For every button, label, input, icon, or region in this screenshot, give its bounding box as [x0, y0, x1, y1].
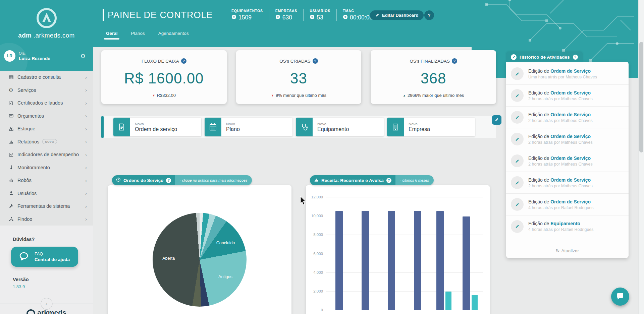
quick-action-empresa[interactable]: Nova Empresa	[387, 118, 475, 136]
action-label: Plano	[226, 126, 240, 132]
chat-fab-button[interactable]	[611, 288, 629, 306]
bar-avulsa[interactable]	[445, 292, 451, 310]
wrench-icon	[9, 204, 17, 209]
stat-cards-row: FLUXO DE CAIXA ? R$ 1600.00 ▼ R$332.00OS…	[101, 50, 496, 104]
bar-recorrente[interactable]	[362, 211, 369, 310]
y-axis-tick: 0	[321, 308, 326, 312]
user-settings-gear-icon[interactable]: ⚙	[80, 53, 86, 60]
sidebar-item-ferramentas-de-sistema[interactable]: Ferramentas de sistema ›	[0, 200, 93, 213]
sidebar-item-findoo[interactable]: Findoo ›	[0, 213, 93, 226]
activity-panel-header[interactable]: Histórico de Atividades ?	[506, 52, 583, 62]
app-root: adm .arkmeds.com LR Olá, Luiza Rezende ⚙…	[0, 0, 644, 314]
quick-actions-accent-bar	[101, 116, 104, 138]
pie-help-icon[interactable]: ?	[166, 178, 171, 183]
sidebar-item-estoque[interactable]: Estoque ›	[0, 122, 93, 135]
pie-slice-label-aberta: Aberta	[162, 256, 175, 261]
table-grid-icon	[9, 75, 17, 80]
refresh-button[interactable]: ↻Atualizar	[506, 248, 629, 253]
activity-panel: Edição de Ordem de Serviço Uma hora atrá…	[506, 62, 629, 258]
pie-chart-title: Ordens de Serviço	[123, 178, 163, 183]
orders-pie-chart[interactable]: ConcluidoAntigosAberta	[153, 213, 247, 307]
sidebar-item-rob-s[interactable]: Robôs ›	[0, 174, 93, 187]
quick-action-ordem-de-servi-o[interactable]: Nova Ordem de serviço	[113, 118, 201, 136]
activity-item: Edição de Ordem de Serviço 2 horas atrás…	[506, 172, 629, 194]
activity-target: Equipamento	[550, 221, 580, 226]
sidebar-item-label: Certificados e laudos	[17, 100, 63, 106]
building-icon	[387, 118, 404, 136]
sidebar-item-servi-os[interactable]: ⚙ Serviços ›	[0, 84, 93, 97]
y-axis-tick: 2,000	[313, 289, 326, 293]
version-number[interactable]: 1.83.9	[13, 284, 93, 289]
faq-help-button[interactable]: FAQ Central de ajuda	[11, 247, 78, 267]
edit-dashboard-button[interactable]: Editar Dashboard	[370, 10, 424, 20]
pencil-icon	[375, 13, 380, 18]
refresh-icon: ↻	[556, 248, 560, 253]
card-help-icon[interactable]: ?	[452, 58, 457, 64]
bar-group	[457, 197, 483, 310]
robot-icon	[9, 178, 17, 183]
chevron-right-icon: ›	[85, 100, 87, 106]
user-icon	[9, 191, 17, 196]
tab-planos[interactable]: Planos	[131, 31, 145, 39]
stat-value: 630	[282, 14, 292, 21]
edit-pencil-icon	[511, 67, 524, 80]
bar-chart-icon	[9, 139, 17, 144]
page-scrollbar[interactable]	[638, 0, 644, 314]
pie-chart-header[interactable]: Ordens de Serviço ? - clique no gráfico …	[112, 175, 252, 185]
card-delta: 2966% maior que último mês	[408, 93, 464, 98]
activity-action: Edição de	[528, 90, 550, 96]
quick-action-equipamento[interactable]: Novo Equipamento	[296, 118, 384, 136]
action-label: Empresa	[409, 126, 430, 132]
gear-icon: ⚙	[9, 87, 17, 92]
card-help-icon[interactable]: ?	[313, 58, 318, 64]
arkmeds-mark-icon	[26, 309, 35, 314]
version-label: Versão	[13, 277, 93, 282]
activity-action: Edição de	[528, 221, 550, 226]
bar-help-icon[interactable]: ?	[386, 178, 391, 183]
bar-recorrente[interactable]	[414, 211, 421, 310]
scrollbar-thumb[interactable]	[639, 42, 643, 152]
activity-item: Edição de Ordem de Serviço Uma hora atrá…	[506, 63, 629, 85]
header-stat-usuários: USUÁRIOS 53	[304, 9, 337, 21]
card-value: 368	[421, 70, 446, 87]
activity-action: Edição de	[528, 177, 550, 183]
activity-target: Ordem de Serviço	[550, 177, 591, 183]
y-axis-tick: 8,000	[313, 233, 326, 237]
delta-up-triangle-icon: ▲	[403, 94, 406, 97]
activity-meta: 4 horas atrás por Rafael Rodrigues	[528, 205, 594, 210]
sidebar-item-cadastro-e-consulta[interactable]: Cadastro e consulta ›	[0, 71, 93, 84]
edit-quick-actions-button[interactable]	[492, 115, 501, 125]
bar-recorrente[interactable]	[335, 211, 343, 310]
bar-avulsa[interactable]	[472, 295, 478, 310]
sidebar-item-monitoramento[interactable]: Monitoramento ›	[0, 161, 93, 174]
y-axis-tick: 10,000	[311, 214, 326, 218]
bar-recorrente[interactable]	[436, 211, 444, 310]
sidebar-item-label: Cadastro e consulta	[17, 74, 61, 80]
bar-recorrente[interactable]	[388, 211, 395, 310]
tab-agendamentos[interactable]: Agendamentos	[158, 31, 189, 39]
bar-group	[352, 197, 378, 310]
bar-recorrente[interactable]	[463, 216, 470, 310]
pie-slice-label-antigos: Antigos	[218, 274, 232, 279]
edit-pencil-icon	[511, 176, 524, 189]
sidebar-item-label: Orçamentos	[17, 113, 44, 119]
card-help-icon[interactable]: ?	[181, 58, 186, 64]
card-title: FLUXO DE CAIXA	[142, 59, 179, 64]
list-card-icon	[9, 113, 17, 118]
bar-chart-header[interactable]: Receita: Recorrente e Avulsa ? - últimos…	[310, 175, 434, 185]
pie-chart-card: ConcluidoAntigosAberta	[108, 185, 291, 314]
activity-help-icon[interactable]: ?	[573, 55, 578, 60]
quick-action-plano[interactable]: Novo Plano	[205, 118, 292, 136]
sidebar-item-indicadores-de-desempenho[interactable]: Indicadores de desempenho ›	[0, 148, 93, 161]
chevron-right-icon: ›	[85, 87, 87, 93]
sidebar-item-relat-rios[interactable]: Relatórios NOVO ›	[0, 135, 93, 148]
thermometer-icon	[9, 165, 17, 170]
activity-target: Ordem de Serviço	[550, 155, 591, 161]
sidebar-item-certificados-e-laudos[interactable]: Certificados e laudos ›	[0, 97, 93, 110]
tab-geral[interactable]: Geral	[106, 31, 118, 39]
sidebar-item-usu-rios[interactable]: Usuários ›	[0, 187, 93, 200]
activity-target: Ordem de Serviço	[550, 112, 591, 117]
sidebar-item-or-amentos[interactable]: Orçamentos ›	[0, 110, 93, 123]
header-help-button[interactable]: ?	[424, 10, 434, 20]
activity-item: Edição de Ordem de Serviço 2 horas atrás…	[506, 85, 629, 107]
